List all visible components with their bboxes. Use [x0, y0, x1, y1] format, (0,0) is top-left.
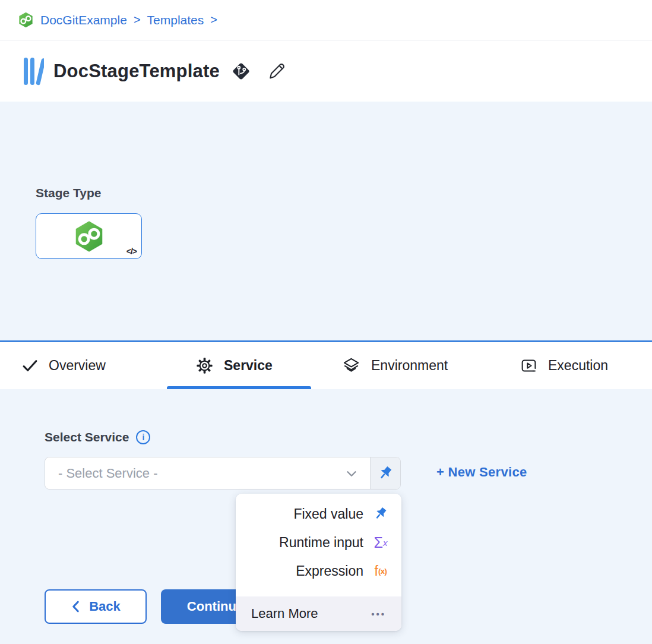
active-tab-underline — [167, 386, 311, 389]
gear-icon — [196, 357, 213, 374]
check-icon — [22, 358, 38, 374]
git-version-badge-icon — [229, 59, 253, 83]
tab-environment-label: Environment — [371, 358, 448, 374]
tab-service-label: Service — [224, 358, 273, 374]
breadcrumb-project-link[interactable]: DocGitExample — [40, 13, 127, 27]
value-type-popover: Fixed value Runtime input Σx Expression … — [236, 494, 401, 631]
layers-icon — [342, 356, 360, 375]
learn-more-label: Learn More — [251, 606, 318, 621]
breadcrumb-templates-link[interactable]: Templates — [147, 13, 204, 27]
stage-code-icon: </> — [126, 247, 137, 256]
tab-overview[interactable]: Overview — [22, 342, 106, 389]
stage-deploy-icon — [73, 220, 105, 253]
new-service-link[interactable]: + New Service — [436, 465, 527, 480]
back-button-label: Back — [89, 599, 121, 614]
breadcrumb-separator: > — [210, 13, 217, 27]
option-runtime-input-label: Runtime input — [279, 535, 363, 551]
breadcrumb-separator: > — [134, 13, 141, 27]
expression-fx-icon: f(x) — [372, 564, 390, 578]
option-fixed-value[interactable]: Fixed value — [236, 500, 401, 528]
stage-type-card-deploy[interactable]: </> — [36, 213, 142, 259]
pin-icon — [377, 465, 394, 482]
breadcrumb: DocGitExample > Templates > — [0, 0, 652, 40]
select-service-label: Select Service — [45, 430, 129, 444]
option-expression-label: Expression — [296, 563, 363, 579]
value-type-pin-button[interactable] — [370, 457, 400, 489]
value-type-options: Fixed value Runtime input Σx Expression … — [236, 494, 401, 596]
option-fixed-value-label: Fixed value — [293, 506, 363, 522]
info-icon[interactable]: i — [136, 430, 150, 444]
pin-icon — [372, 506, 390, 522]
service-select-dropdown[interactable]: - Select Service - — [45, 457, 370, 489]
chevron-down-icon — [344, 466, 359, 481]
tab-execution[interactable]: Execution — [520, 342, 608, 389]
option-expression[interactable]: Expression f(x) — [236, 557, 401, 585]
stage-tabs: Overview — [0, 342, 652, 389]
tab-overview-label: Overview — [49, 358, 106, 374]
runtime-input-sigma-icon: Σx — [372, 535, 390, 550]
tab-service[interactable]: Service — [196, 342, 273, 389]
continue-button-label: Continue — [187, 599, 243, 614]
select-service-label-row: Select Service i — [45, 430, 150, 444]
project-logo-icon — [18, 11, 34, 29]
stage-type-section: Stage Type </> — [0, 102, 652, 340]
option-runtime-input[interactable]: Runtime input Σx — [236, 528, 401, 557]
play-box-icon — [520, 357, 537, 374]
chevron-left-icon — [71, 600, 81, 613]
service-select-placeholder: - Select Service - — [58, 466, 344, 481]
tab-environment[interactable]: Environment — [342, 342, 448, 389]
edit-title-button[interactable] — [266, 61, 286, 81]
title-bar: DocStageTemplate — [0, 40, 652, 102]
template-library-icon — [23, 56, 44, 86]
stage-type-label: Stage Type — [36, 186, 101, 200]
back-button[interactable]: Back — [45, 589, 147, 624]
tab-execution-label: Execution — [548, 358, 608, 374]
stage-template-screen: DocGitExample > Templates > DocStageTemp… — [0, 0, 652, 644]
ellipsis-icon: ••• — [371, 609, 386, 619]
learn-more-row[interactable]: Learn More ••• — [236, 596, 401, 631]
service-select-composite: - Select Service - — [45, 457, 401, 490]
page-title: DocStageTemplate — [53, 61, 220, 82]
